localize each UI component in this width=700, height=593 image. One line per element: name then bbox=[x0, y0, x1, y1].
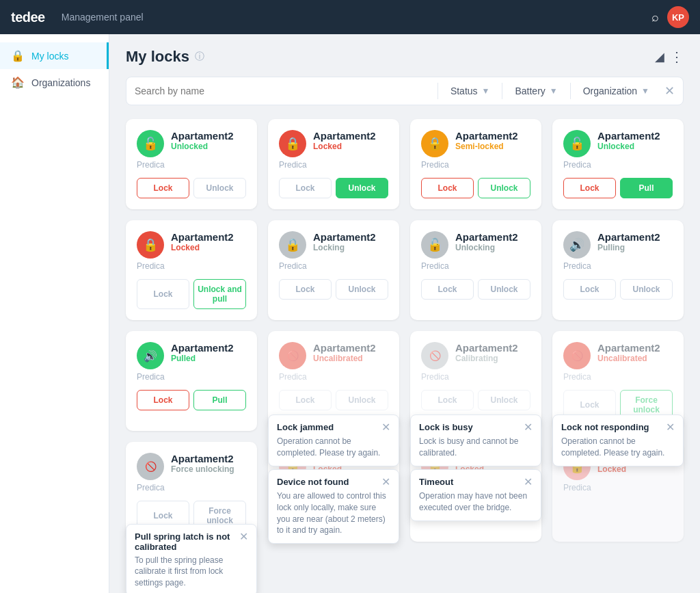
lock-button[interactable]: Lock bbox=[137, 279, 189, 309]
lock-buttons: Lock Unlock bbox=[421, 279, 530, 300]
lock-button[interactable]: Lock bbox=[421, 178, 474, 198]
lock-button[interactable]: Lock bbox=[563, 178, 616, 198]
tooltip-title: Timeout bbox=[419, 477, 453, 487]
filter-bar: Status ▼ Battery ▼ Organization ▼ ✕ bbox=[126, 77, 684, 105]
lock-status-icon: 🔒 bbox=[279, 231, 306, 259]
page-header: My locks ⓘ ◢ ⋮ bbox=[126, 48, 684, 66]
lock-name: Apartament2 bbox=[597, 130, 673, 142]
search-input[interactable] bbox=[135, 85, 432, 96]
lock-button[interactable]: Lock bbox=[563, 279, 616, 300]
lock-button[interactable]: Lock bbox=[279, 279, 332, 300]
sidebar-item-my-locks[interactable]: 🔒 My locks bbox=[0, 42, 109, 69]
unlock-button[interactable]: Unlock bbox=[478, 178, 530, 198]
lock-name: Apartament2 bbox=[313, 130, 388, 142]
filter-divider-3 bbox=[570, 83, 571, 99]
lock-button[interactable]: Lock bbox=[421, 279, 474, 300]
lock-org: Predica bbox=[137, 372, 246, 382]
lock-info: Apartament2 Unlocking bbox=[455, 231, 530, 252]
tooltip-header: Device not found ✕ bbox=[277, 477, 390, 488]
main-content: My locks ⓘ ◢ ⋮ Status ▼ Battery ▼ Or bbox=[109, 34, 700, 593]
search-icon[interactable]: ⌕ bbox=[651, 10, 659, 25]
more-options-icon[interactable]: ⋮ bbox=[670, 49, 684, 65]
lock-status: Locked bbox=[313, 142, 388, 151]
lock-info: Apartament2 Force unlocking bbox=[171, 453, 246, 474]
lock-info: Apartament2 Unlocked bbox=[597, 130, 673, 151]
lock-info: Apartament2 Pulled bbox=[171, 342, 246, 363]
lock-name: Apartament2 bbox=[313, 342, 388, 354]
clear-filters-button[interactable]: ✕ bbox=[664, 83, 675, 98]
lock-button[interactable]: Lock bbox=[137, 390, 189, 410]
tooltip-body: Lock is busy and cannot be calibrated. bbox=[419, 436, 533, 459]
lock-card-header: 🔓 Apartament2 Unlocking bbox=[421, 231, 530, 259]
lock-status: Unlocking bbox=[455, 243, 530, 252]
lock-status-icon: 🔓 bbox=[421, 231, 448, 259]
close-icon[interactable]: ✕ bbox=[381, 422, 390, 433]
chevron-down-icon-2: ▼ bbox=[550, 86, 558, 96]
pull-spring-tooltip: Pull spring latch is not calibrated ✕ To… bbox=[126, 524, 257, 593]
lock-card-10: 🚫 Apartament2 Uncalibrated Predica Lock … bbox=[268, 331, 399, 431]
lock-card-dimmed: 🚫 Apartament2 Uncalibrated Predica Lock … bbox=[279, 342, 388, 410]
lock-button[interactable]: Lock bbox=[279, 178, 332, 198]
unlock-button[interactable]: Unlock bbox=[478, 390, 530, 410]
lock-jammed-tooltip: Lock jammed ✕ Operation cannot be comple… bbox=[268, 414, 399, 466]
info-icon[interactable]: ⓘ bbox=[195, 51, 204, 63]
unlock-and-pull-button[interactable]: Unlock and pull bbox=[193, 279, 246, 309]
lock-status: Calibrating bbox=[455, 354, 530, 363]
status-filter-dropdown[interactable]: Status ▼ bbox=[444, 83, 497, 99]
unlock-button[interactable]: Unlock bbox=[193, 178, 246, 198]
tooltip-title: Lock not responding bbox=[561, 422, 649, 432]
lock-org: Predica bbox=[563, 483, 673, 492]
lock-button[interactable]: Lock bbox=[137, 178, 189, 198]
lock-org: Predica bbox=[563, 372, 673, 382]
lock-info: Apartament2 Uncalibrated bbox=[597, 342, 673, 363]
chevron-down-icon-3: ▼ bbox=[641, 86, 649, 96]
battery-filter-dropdown[interactable]: Battery ▼ bbox=[508, 83, 564, 99]
chevron-down-icon: ▼ bbox=[482, 86, 490, 96]
lock-info: Apartament2 Uncalibrated bbox=[313, 342, 388, 363]
unlock-button[interactable]: Unlock bbox=[620, 279, 673, 300]
lock-name: Apartament2 bbox=[171, 231, 246, 243]
organization-filter-dropdown[interactable]: Organization ▼ bbox=[576, 83, 656, 99]
lock-card-content: 🚫 Apartament2 Force unlocking Predica Lo… bbox=[137, 453, 246, 531]
unlock-button[interactable]: Unlock bbox=[336, 178, 388, 198]
lock-card-5: 🔒 Apartament2 Locked Predica Lock Unlock… bbox=[126, 220, 257, 320]
main-layout: 🔒 My locks 🏠 Organizations My locks ⓘ ◢ … bbox=[0, 34, 700, 593]
lock-button[interactable]: Lock bbox=[279, 390, 332, 410]
lock-buttons: Lock Unlock bbox=[137, 178, 246, 198]
locks-grid: 🔓 Apartament2 Unlocked Predica Lock Unlo… bbox=[126, 119, 684, 542]
lock-buttons: Lock Unlock bbox=[563, 279, 673, 300]
lock-card-2: 🔒 Apartament2 Locked Predica Lock Unlock bbox=[268, 119, 399, 209]
lock-org: Predica bbox=[279, 261, 388, 271]
lock-status: Uncalibrated bbox=[313, 354, 388, 363]
user-avatar[interactable]: KP bbox=[667, 6, 689, 28]
unlock-button[interactable]: Unlock bbox=[336, 279, 388, 300]
lock-button[interactable]: Lock bbox=[421, 390, 474, 410]
pull-button[interactable]: Pull bbox=[620, 178, 673, 198]
tooltip-body: You are allowed to control this lock onl… bbox=[277, 490, 390, 536]
lock-buttons: Lock Unlock bbox=[279, 178, 388, 198]
tooltip-title: Lock is busy bbox=[419, 422, 473, 432]
close-icon[interactable]: ✕ bbox=[381, 477, 390, 488]
topnav-left: tedee Management panel bbox=[11, 10, 144, 25]
lock-name: Apartament2 bbox=[597, 231, 673, 243]
close-icon[interactable]: ✕ bbox=[524, 422, 533, 433]
close-icon[interactable]: ✕ bbox=[239, 531, 248, 542]
lock-status-icon: 🚫 bbox=[563, 342, 591, 369]
lock-org: Predica bbox=[563, 160, 673, 170]
close-icon[interactable]: ✕ bbox=[524, 477, 533, 488]
lock-status: Pulling bbox=[597, 243, 673, 252]
lock-status: Locking bbox=[313, 243, 388, 252]
lock-buttons: Lock Unlock bbox=[421, 178, 530, 198]
close-icon[interactable]: ✕ bbox=[666, 422, 675, 433]
pull-button[interactable]: Pull bbox=[193, 390, 246, 410]
lock-card-header: 🚫 Apartament2 Uncalibrated bbox=[279, 342, 388, 369]
unlock-button[interactable]: Unlock bbox=[478, 279, 530, 300]
lock-org: Predica bbox=[137, 483, 246, 492]
lock-info: Apartament2 Locked bbox=[313, 130, 388, 151]
lock-org: Predica bbox=[137, 261, 246, 271]
lock-buttons: Lock Pull bbox=[137, 390, 246, 410]
filter-icon[interactable]: ◢ bbox=[655, 49, 664, 64]
unlock-button[interactable]: Unlock bbox=[336, 390, 388, 410]
sidebar-item-organizations[interactable]: 🏠 Organizations bbox=[0, 69, 109, 96]
lock-status-icon: 🚫 bbox=[421, 342, 448, 369]
